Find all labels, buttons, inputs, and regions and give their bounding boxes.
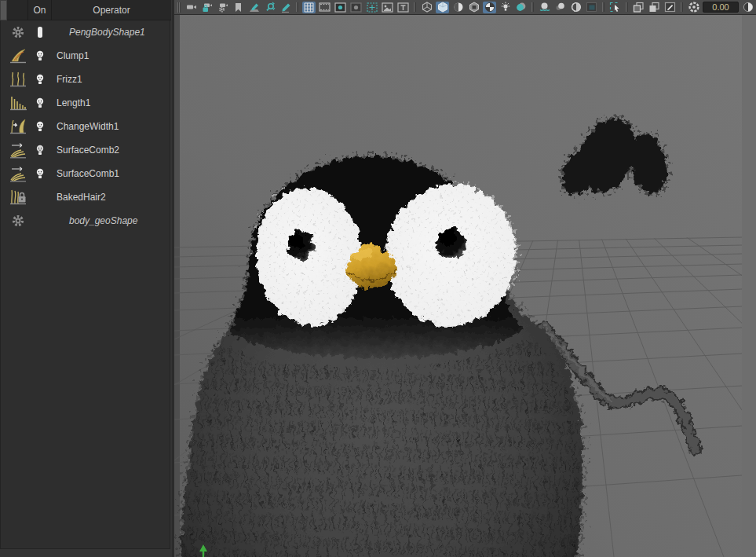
- operator-panel: On Operator PengBodyShape1 Clump1: [0, 0, 174, 557]
- lights-icon[interactable]: [499, 2, 512, 13]
- frizz-icon: [7, 70, 28, 89]
- bulb-on-icon[interactable]: [28, 145, 52, 156]
- field-chart-icon[interactable]: [365, 2, 378, 13]
- operator-label: Frizz1: [52, 74, 171, 85]
- operator-row-clump1[interactable]: Clump1: [7, 44, 171, 68]
- toolbar-separator: [626, 2, 628, 12]
- toolbar-separator: [414, 2, 416, 12]
- operator-row-bakedhair2[interactable]: BakedHair2: [7, 185, 171, 209]
- exposure-icon[interactable]: [687, 2, 700, 13]
- image-icon[interactable]: [381, 2, 394, 13]
- exposure-value: 0.00: [712, 2, 729, 12]
- toolbar-separator: [602, 2, 604, 12]
- bulb-on-icon[interactable]: [28, 97, 52, 109]
- toolbar-separator: [296, 2, 298, 12]
- in-view-editor-icon[interactable]: [663, 2, 677, 13]
- operator-label: Length1: [52, 97, 171, 108]
- viewport-panel: 0.00: [174, 0, 756, 557]
- camera-icon[interactable]: [184, 2, 198, 13]
- on-column-label: On: [33, 5, 46, 16]
- camera-lock-icon[interactable]: [200, 2, 214, 13]
- textured-icon[interactable]: [467, 2, 480, 13]
- shaded-icon[interactable]: [436, 2, 449, 13]
- operator-label: PengBodyShape1: [52, 27, 171, 38]
- operator-row-surfacecomb1[interactable]: SurfaceComb1: [7, 162, 171, 185]
- bookmark-icon[interactable]: [232, 2, 245, 13]
- gamma-icon[interactable]: [741, 2, 754, 13]
- bulb-on-icon[interactable]: [28, 50, 52, 62]
- depth-of-field-icon[interactable]: [569, 2, 583, 13]
- operator-row-pengbodyshape1[interactable]: PengBodyShape1: [7, 20, 171, 44]
- change-width-icon: [7, 117, 28, 136]
- operator-row-surfacecomb2[interactable]: SurfaceComb2: [7, 138, 171, 162]
- operator-label: ChangeWidth1: [52, 121, 171, 132]
- grease-pencil-icon[interactable]: [279, 2, 292, 13]
- wireframe-on-shaded-icon[interactable]: [483, 2, 496, 13]
- toolbar-separator: [531, 2, 534, 12]
- operator-label: BakedHair2: [52, 192, 171, 203]
- motion-blur-icon[interactable]: [553, 2, 567, 13]
- toolbar-separator: [681, 2, 683, 12]
- renderer-icon[interactable]: [585, 2, 598, 13]
- surface-comb-icon: [7, 141, 28, 159]
- toolbar-handle[interactable]: [177, 2, 181, 13]
- pan-zoom-icon[interactable]: [263, 2, 276, 13]
- bulb-on-icon[interactable]: [28, 74, 52, 86]
- shadows-icon[interactable]: [514, 2, 528, 13]
- operator-table: On Operator PengBodyShape1 Clump1: [7, 0, 171, 557]
- exposure-field[interactable]: 0.00: [703, 2, 739, 13]
- operator-label: body_geoShape: [52, 215, 171, 226]
- viewport-canvas[interactable]: [174, 15, 756, 557]
- xray-active-icon[interactable]: [648, 2, 661, 13]
- xray-icon[interactable]: [632, 2, 645, 13]
- scene-3d[interactable]: [174, 15, 742, 557]
- operator-row-bodygeoshape[interactable]: body_geoShape: [7, 209, 171, 233]
- operator-row-frizz1[interactable]: Frizz1: [7, 68, 171, 91]
- operator-column-header: Operator: [52, 0, 171, 20]
- bulb-on-icon[interactable]: [28, 168, 52, 180]
- length-icon: [7, 93, 28, 112]
- isolate-select-icon[interactable]: [608, 2, 622, 13]
- gate-mask-icon[interactable]: [349, 2, 363, 13]
- image-plane-icon[interactable]: [247, 2, 261, 13]
- operator-label: SurfaceComb2: [52, 145, 171, 156]
- on-column-header: On: [28, 0, 52, 20]
- viewport-toolbar: 0.00: [174, 0, 756, 15]
- operator-row-changewidth1[interactable]: ChangeWidth1: [7, 115, 171, 138]
- baked-hair-icon: [7, 188, 28, 207]
- film-gate-icon[interactable]: [318, 2, 331, 13]
- operator-label: SurfaceComb1: [52, 168, 171, 179]
- occlusion-icon[interactable]: [538, 2, 551, 13]
- resolution-gate-icon[interactable]: [334, 2, 347, 13]
- operator-row-length1[interactable]: Length1: [7, 91, 171, 115]
- clump-icon: [7, 46, 28, 65]
- material-icon[interactable]: [451, 2, 465, 13]
- operator-table-header: On Operator: [7, 0, 171, 20]
- operator-column-label: Operator: [93, 5, 130, 16]
- gear-icon: [7, 214, 28, 228]
- wireframe-icon[interactable]: [420, 2, 433, 13]
- gear-icon: [7, 25, 28, 39]
- viewport-left-edge: [174, 15, 180, 557]
- bulb-on-icon[interactable]: [28, 121, 52, 133]
- camera-settings-icon[interactable]: [216, 2, 229, 13]
- operator-label: Clump1: [52, 50, 171, 61]
- surface-comb-icon: [7, 164, 28, 183]
- grid-icon[interactable]: [302, 2, 316, 13]
- density-marker-icon[interactable]: [28, 26, 52, 38]
- panel-corner-box[interactable]: [0, 0, 7, 20]
- hud-text-icon[interactable]: [396, 2, 410, 13]
- icon-column-header: [7, 0, 28, 20]
